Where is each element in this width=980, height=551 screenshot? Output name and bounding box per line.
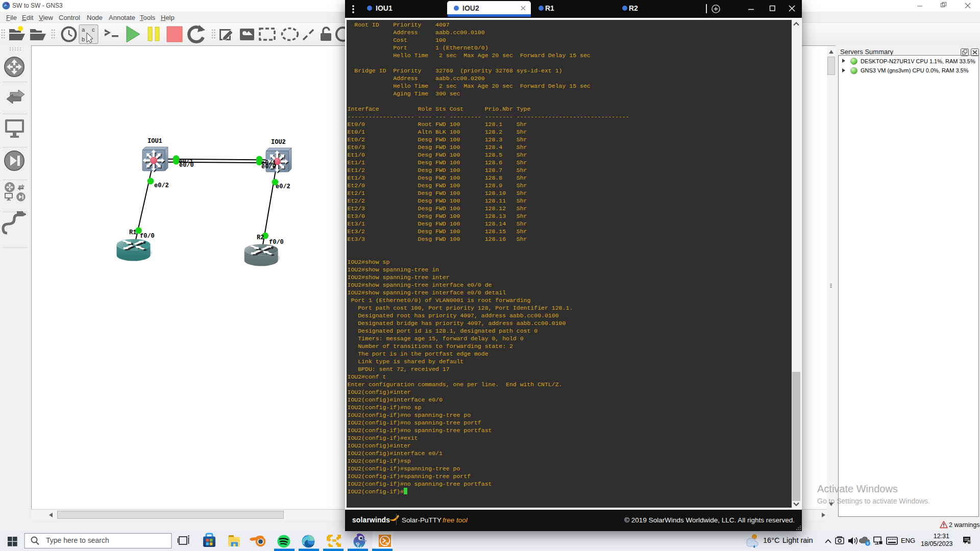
svg-text:b: b xyxy=(82,36,85,42)
svg-text:c: c xyxy=(92,27,95,33)
svg-text:a: a xyxy=(82,27,85,33)
